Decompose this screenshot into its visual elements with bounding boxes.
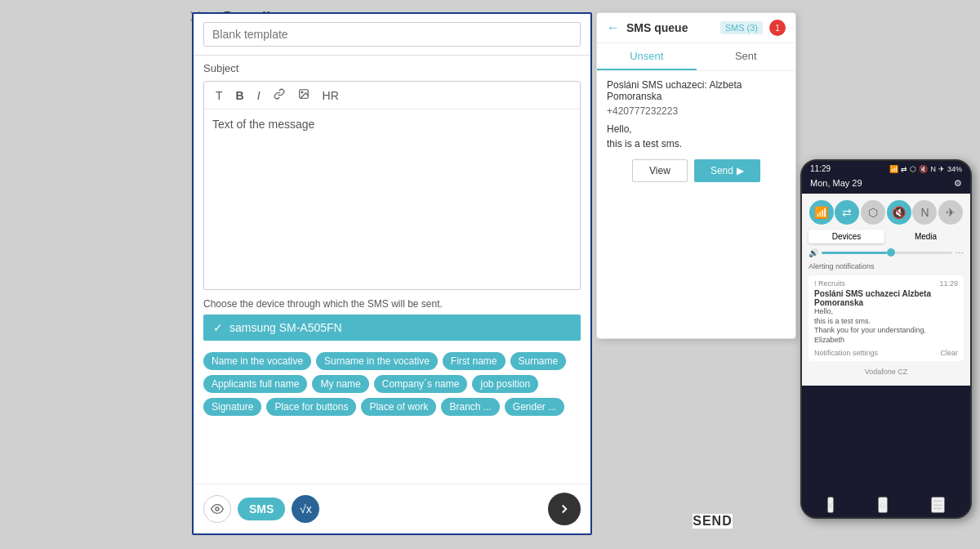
tag-full-name[interactable]: Applicants full name xyxy=(203,375,307,393)
tag-surname[interactable]: Surname xyxy=(510,352,567,370)
tag-gender[interactable]: Gender ... xyxy=(505,398,564,416)
editor-content[interactable]: Text of the message xyxy=(204,109,580,289)
tag-place-buttons[interactable]: Place for buttons xyxy=(266,398,356,416)
phone-device-media-tabs: Devices Media xyxy=(808,230,964,243)
big-send-button[interactable]: SEND xyxy=(693,514,732,529)
phone-notification-card: ! Recruits 11:29 Posláni SMS uchazeci Al… xyxy=(808,275,964,361)
notif-body: Hello, this is a test sms. Thank you for… xyxy=(814,307,958,346)
preview-button[interactable] xyxy=(203,495,231,523)
send-area: SEND xyxy=(612,514,813,529)
composer-bottom-bar: SMS √x xyxy=(194,484,590,533)
sms-queue-panel: ← SMS queue SMS (3) 1 Unsent Sent Poslán… xyxy=(596,12,796,339)
notif-title: Posláni SMS uchazeci Alzbeta Pomoranska xyxy=(814,289,958,307)
svg-point-2 xyxy=(216,507,219,511)
phone-quick-settings: 📶 ⇄ ⬡ 🔇 N ✈ Devices Media 🔊 ⋯ Alerting n… xyxy=(802,194,970,386)
nav-back-button[interactable]: ‹ xyxy=(827,497,835,513)
sms-content: Posláni SMS uchazeci: Alzbeta Pomoranska… xyxy=(597,71,795,190)
phone-settings-icon[interactable]: ⚙ xyxy=(954,178,962,189)
sms-message-line-2: this is a test sms. xyxy=(607,138,786,150)
notif-settings-link[interactable]: Notification settings xyxy=(814,349,878,357)
data-quick-icon[interactable]: ⇄ xyxy=(835,200,859,225)
notif-line-2: this is a test sms. xyxy=(814,317,958,327)
sms-queue-title: SMS queue xyxy=(626,21,714,34)
composer-panel: Subject T B I xyxy=(192,12,592,535)
tag-job-position[interactable]: job position xyxy=(472,375,538,393)
hr-button[interactable]: HR xyxy=(319,87,342,104)
check-icon: ✓ xyxy=(213,321,223,334)
sms-tabs: Unsent Sent xyxy=(597,43,795,71)
mute-quick-icon[interactable]: 🔇 xyxy=(887,200,911,225)
device-label: Choose the device through which the SMS … xyxy=(203,298,581,310)
formula-button[interactable]: √x xyxy=(292,495,319,523)
wifi-icon: 📶 xyxy=(889,165,898,173)
tag-branch[interactable]: Branch ... xyxy=(441,398,499,416)
volume-slider[interactable] xyxy=(822,252,952,254)
phone-date-text: Mon, May 29 xyxy=(810,178,862,189)
sms-count-badge: SMS (3) xyxy=(720,21,763,34)
sms-message-line-1: Hello, xyxy=(607,123,786,135)
sms-button[interactable]: SMS xyxy=(238,498,285,520)
notification-badge: 1 xyxy=(769,20,786,36)
device-select[interactable]: ✓ samsung SM-A505FN xyxy=(203,315,581,341)
tab-sent[interactable]: Sent xyxy=(697,43,796,70)
subject-section: Subject xyxy=(194,56,590,81)
image-button[interactable] xyxy=(295,87,313,104)
data-icon: ⇄ xyxy=(901,165,907,173)
template-bar xyxy=(194,14,590,56)
tab-devices[interactable]: Devices xyxy=(808,230,884,243)
nfc-quick-icon[interactable]: N xyxy=(912,200,937,225)
back-icon[interactable]: ← xyxy=(607,20,620,35)
next-button[interactable] xyxy=(548,493,581,525)
bluetooth-icon: ⬡ xyxy=(910,165,916,173)
tab-media[interactable]: Media xyxy=(888,230,964,243)
sms-recipient-label: Posláni SMS uchazeci: Alzbeta Pomoranska xyxy=(607,79,786,102)
carrier-label: Vodafone CZ xyxy=(808,364,964,379)
send-sms-button[interactable]: Send ▶ xyxy=(694,159,760,182)
send-label: Send xyxy=(710,165,733,176)
text-format-button[interactable]: T xyxy=(212,87,226,104)
sms-queue-header: ← SMS queue SMS (3) 1 xyxy=(597,13,795,43)
template-input[interactable] xyxy=(203,22,581,47)
svg-point-1 xyxy=(301,92,303,93)
notif-line-1: Hello, xyxy=(814,307,958,317)
battery: 34% xyxy=(947,165,962,173)
notif-line-3: Thank you for your understanding. xyxy=(814,326,958,336)
subject-label: Subject xyxy=(203,62,581,74)
mute-icon: 🔇 xyxy=(919,165,928,173)
alerting-label: Alerting notifications xyxy=(808,261,964,272)
tag-first-name[interactable]: First name xyxy=(443,352,506,370)
sms-actions: View Send ▶ xyxy=(607,159,786,182)
phone-time: 11:29 xyxy=(810,164,831,173)
wifi-quick-icon[interactable]: 📶 xyxy=(809,200,834,225)
tag-surname-vocative[interactable]: Surname in the vocative xyxy=(316,352,438,370)
tag-my-name[interactable]: My name xyxy=(312,375,368,393)
airplane-quick-icon[interactable]: ✈ xyxy=(938,200,963,225)
link-button[interactable] xyxy=(270,87,288,104)
phone-status-icons: 📶 ⇄ ⬡ 🔇 N ✈ 34% xyxy=(889,165,962,173)
bold-button[interactable]: B xyxy=(233,87,247,104)
device-name: samsung SM-A505FN xyxy=(229,321,342,334)
view-button[interactable]: View xyxy=(632,159,688,182)
tag-company-name[interactable]: Company´s name xyxy=(374,375,468,393)
tag-signature[interactable]: Signature xyxy=(203,398,261,416)
device-section: Choose the device through which the SMS … xyxy=(194,290,590,346)
notif-time: 11:29 xyxy=(939,279,958,288)
bottom-left-icons: SMS √x xyxy=(203,495,319,523)
editor-area: T B I HR Text of the message xyxy=(203,81,581,290)
notif-clear-link[interactable]: Clear xyxy=(940,349,958,357)
notif-line-4: Elizabeth xyxy=(814,336,958,346)
phone-mockup: 11:29 📶 ⇄ ⬡ 🔇 N ✈ 34% Mon, May 29 ⚙ 📶 ⇄ … xyxy=(800,159,972,519)
tab-unsent[interactable]: Unsent xyxy=(597,43,697,70)
airplane-icon: ✈ xyxy=(938,165,945,173)
editor-toolbar: T B I HR xyxy=(204,82,580,109)
tags-area: Name in the vocative Surname in the voca… xyxy=(194,346,590,422)
tag-place-work[interactable]: Place of work xyxy=(361,398,436,416)
notif-actions: Notification settings Clear xyxy=(814,349,958,357)
nav-home-button[interactable]: ○ xyxy=(878,497,888,513)
italic-button[interactable]: I xyxy=(254,87,264,104)
nav-recent-button[interactable]: ☰ xyxy=(931,497,945,513)
notif-app: ! Recruits xyxy=(814,279,845,288)
bluetooth-quick-icon[interactable]: ⬡ xyxy=(861,200,885,225)
send-arrow-icon: ▶ xyxy=(737,165,744,176)
tag-name-vocative[interactable]: Name in the vocative xyxy=(203,352,311,370)
